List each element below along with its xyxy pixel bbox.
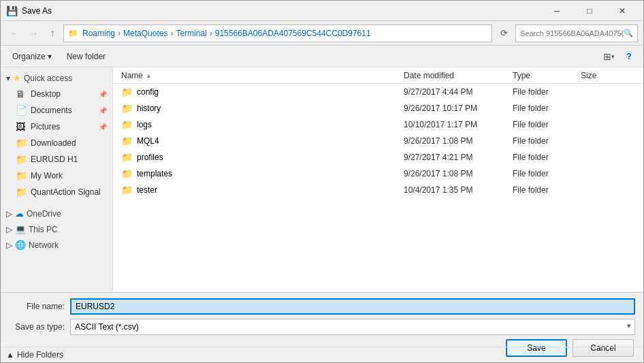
desktop-icon: 🖥	[16, 89, 27, 99]
folder-icon: 📁	[121, 136, 133, 146]
main-content: ▾ ★ Quick access 🖥 Desktop 📌 📄 Documents…	[1, 67, 643, 292]
help-button[interactable]: ?	[620, 48, 638, 65]
toolbar: Organize ▾ New folder ⊞ ▾ ?	[1, 46, 643, 67]
documents-pin-icon: 📌	[99, 107, 107, 114]
table-row[interactable]: 📁 history 9/26/2017 10:17 PM File folder	[113, 100, 643, 116]
sidebar-quantaction-label: QuantAction Signal	[31, 187, 101, 197]
quick-access-chevron: ▾	[6, 74, 10, 83]
sidebar-item-downloaded[interactable]: 📁 Downloaded	[1, 135, 112, 151]
sidebar-section-quick-access[interactable]: ▾ ★ Quick access	[1, 70, 112, 86]
sidebar-section-onedrive[interactable]: ▷ ☁ OneDrive	[1, 206, 112, 221]
dialog-icon: 💾	[6, 5, 18, 16]
column-header-name[interactable]: Name ▲	[121, 71, 404, 80]
breadcrumb[interactable]: 📁 Roaming › MetaQuotes › Terminal › 9155…	[63, 25, 492, 42]
date-col-label: Date modified	[404, 71, 454, 80]
network-label: Network	[29, 240, 59, 250]
table-row[interactable]: 📁 templates 9/26/2017 1:08 PM File folde…	[113, 165, 643, 182]
file-date: 9/26/2017 1:08 PM	[404, 169, 513, 178]
file-rows-container: 📁 config 9/27/2017 4:44 PM File folder 📁…	[113, 84, 643, 198]
savetype-select[interactable]: ASCII Text (*.csv) CSV (*.csv) Text (*.t…	[70, 319, 635, 335]
filename-input[interactable]	[70, 298, 635, 315]
table-row[interactable]: 📁 tester 10/4/2017 1:35 PM File folder	[113, 182, 643, 198]
file-name-text: profiles	[137, 153, 163, 162]
view-icon: ⊞	[603, 51, 611, 62]
new-folder-button[interactable]: New folder	[61, 48, 112, 65]
savetype-row: Save as type: ASCII Text (*.csv) CSV (*.…	[9, 319, 635, 335]
sidebar-downloaded-label: Downloaded	[31, 138, 76, 148]
table-row[interactable]: 📁 MQL4 9/26/2017 1:08 PM File folder	[113, 133, 643, 149]
name-col-label: Name	[121, 71, 143, 80]
folder-icon: 📁	[121, 168, 133, 179]
column-header-date[interactable]: Date modified	[404, 71, 513, 80]
hide-folders-bar[interactable]: ▲ Hide Folders	[1, 347, 643, 362]
sidebar-item-desktop[interactable]: 🖥 Desktop 📌	[1, 86, 112, 102]
filename-label: File name:	[9, 302, 70, 311]
column-header-type[interactable]: Type	[513, 71, 581, 80]
breadcrumb-terminal[interactable]: Terminal	[176, 29, 206, 38]
sidebar-section-thispc[interactable]: ▷ 💻 This PC	[1, 221, 112, 237]
sidebar-eurusd-label: EURUSD H1	[31, 155, 78, 164]
table-row[interactable]: 📁 logs 10/10/2017 1:17 PM File folder	[113, 116, 643, 133]
desktop-pin-icon: 📌	[99, 91, 107, 98]
table-row[interactable]: 📁 config 9/27/2017 4:44 PM File folder	[113, 84, 643, 100]
breadcrumb-roaming[interactable]: Roaming	[82, 29, 115, 38]
back-button[interactable]: ←	[6, 25, 22, 42]
file-type: File folder	[513, 169, 581, 178]
quantaction-icon: 📁	[16, 187, 27, 198]
network-icon: 🌐	[15, 240, 26, 250]
thispc-chevron: ▷	[6, 225, 12, 234]
file-date: 10/4/2017 1:35 PM	[404, 185, 513, 195]
onedrive-label: OneDrive	[27, 209, 61, 219]
file-list-header: Name ▲ Date modified Type Size	[113, 67, 643, 84]
thispc-icon: 💻	[15, 224, 26, 234]
breadcrumb-metaquotes[interactable]: MetaQuotes	[123, 29, 167, 38]
size-col-label: Size	[581, 71, 596, 80]
file-type: File folder	[513, 120, 581, 129]
sidebar-desktop-label: Desktop	[31, 89, 61, 99]
title-bar: 💾 Save As ─ □ ✕	[1, 1, 643, 21]
sidebar-separator-1	[1, 200, 112, 206]
sidebar-item-quantaction[interactable]: 📁 QuantAction Signal	[1, 184, 112, 200]
file-type: File folder	[513, 136, 581, 146]
sidebar-pictures-label: Pictures	[31, 122, 60, 131]
file-name-text: logs	[137, 120, 152, 129]
help-icon: ?	[626, 51, 632, 61]
sidebar-item-eurusd-h1[interactable]: 📁 EURUSD H1	[1, 151, 112, 168]
documents-icon: 📄	[16, 105, 27, 116]
pictures-pin-icon: 📌	[99, 123, 107, 131]
sidebar-item-documents[interactable]: 📄 Documents 📌	[1, 102, 112, 119]
file-date: 9/26/2017 1:08 PM	[404, 136, 513, 146]
file-type: File folder	[513, 185, 581, 195]
file-date: 9/26/2017 10:17 PM	[404, 104, 513, 113]
forward-button[interactable]: →	[25, 25, 42, 42]
up-button[interactable]: ↑	[44, 25, 61, 42]
savetype-label: Save as type:	[9, 322, 70, 332]
sidebar-section-network[interactable]: ▷ 🌐 Network	[1, 237, 112, 253]
sidebar-item-pictures[interactable]: 🖼 Pictures 📌	[1, 119, 112, 135]
organize-label: Organize	[12, 52, 46, 61]
type-col-label: Type	[513, 71, 530, 80]
savetype-select-wrapper: ASCII Text (*.csv) CSV (*.csv) Text (*.t…	[70, 319, 635, 335]
new-folder-label: New folder	[67, 52, 106, 61]
search-box[interactable]: 🔍	[515, 25, 638, 42]
breadcrumb-folder-id[interactable]: 915566BA06ADA407569C544CC0D97611	[215, 29, 371, 38]
network-chevron: ▷	[6, 240, 12, 250]
file-type: File folder	[513, 87, 581, 97]
table-row[interactable]: 📁 profiles 9/27/2017 4:21 PM File folder	[113, 149, 643, 165]
maximize-button[interactable]: □	[574, 1, 605, 20]
file-date: 9/27/2017 4:44 PM	[404, 87, 513, 97]
view-dropdown-icon: ▾	[611, 53, 615, 60]
sort-arrow: ▲	[146, 72, 152, 79]
file-type: File folder	[513, 104, 581, 113]
refresh-button[interactable]: ⟳	[495, 25, 513, 42]
minimize-button[interactable]: ─	[541, 1, 573, 20]
file-name-text: templates	[137, 169, 172, 178]
close-button[interactable]: ✕	[607, 1, 638, 20]
search-input[interactable]	[520, 29, 624, 37]
onedrive-chevron: ▷	[6, 209, 12, 219]
hide-folders-chevron: ▲	[6, 350, 14, 360]
sidebar-item-my-work[interactable]: 📁 My Work	[1, 168, 112, 184]
organize-button[interactable]: Organize ▾	[6, 48, 58, 65]
column-header-size[interactable]: Size	[581, 71, 635, 80]
view-button[interactable]: ⊞ ▾	[600, 48, 617, 65]
